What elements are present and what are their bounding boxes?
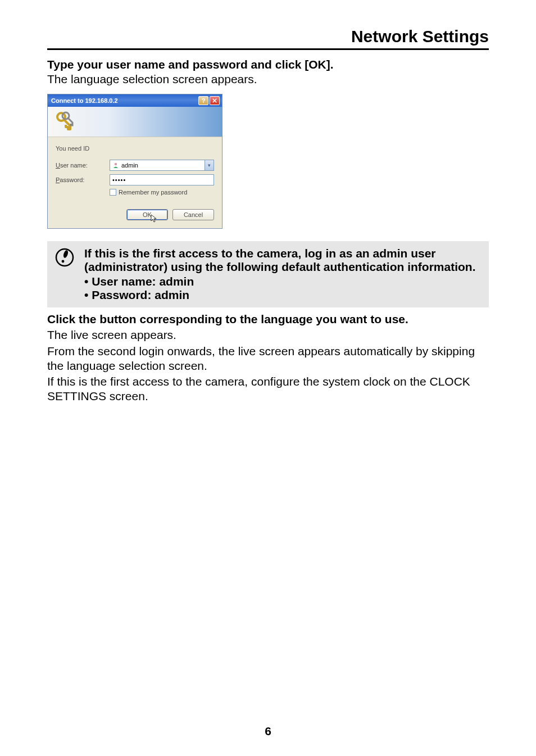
password-row: Password: ••••• <box>56 174 214 185</box>
page-number: 6 <box>0 725 536 738</box>
keys-icon <box>53 110 76 133</box>
auth-dialog: Connect to 192.168.0.2 ? You need ID Use… <box>47 94 222 229</box>
dialog-body: You need ID User name: admin ▾ Password:… <box>48 137 222 228</box>
svg-point-2 <box>115 163 117 165</box>
remember-checkbox[interactable] <box>110 189 116 196</box>
svg-point-5 <box>62 260 65 263</box>
note-bullet-password: Password: admin <box>84 288 481 302</box>
remember-password-row[interactable]: Remember my password <box>110 189 214 196</box>
step2-p3: If this is the first access to the camer… <box>47 374 489 404</box>
dialog-titlebar: Connect to 192.168.0.2 ? <box>48 94 222 107</box>
user-icon <box>112 162 119 169</box>
chevron-down-icon[interactable]: ▾ <box>205 160 214 170</box>
step1-description: The language selection screen appears. <box>47 73 489 86</box>
help-icon[interactable]: ? <box>198 96 208 105</box>
cancel-button-label: Cancel <box>184 211 203 218</box>
username-value: admin <box>121 162 138 169</box>
remember-label: Remember my password <box>119 189 187 196</box>
note-line1: If this is the first access to the camer… <box>84 247 476 273</box>
dialog-title: Connect to 192.168.0.2 <box>51 97 197 104</box>
step2-p2: From the second login onwards, the live … <box>47 344 489 374</box>
step1-instruction: Type your user name and password and cli… <box>47 58 489 71</box>
note-bullet-username: User name: admin <box>84 275 481 288</box>
username-field[interactable]: admin ▾ <box>110 160 214 171</box>
password-value: ••••• <box>112 176 126 183</box>
step2-instruction: Click the button corresponding to the la… <box>47 312 489 327</box>
ok-button[interactable]: OK <box>126 209 168 220</box>
cancel-button[interactable]: Cancel <box>172 209 214 220</box>
username-row: User name: admin ▾ <box>56 160 214 171</box>
exclamation-icon <box>55 248 74 267</box>
password-label: Password: <box>56 176 110 183</box>
note-box: If this is the first access to the camer… <box>47 241 489 307</box>
cursor-icon <box>151 214 157 223</box>
dialog-button-row: OK Cancel <box>56 209 214 223</box>
dialog-prompt: You need ID <box>56 145 214 152</box>
username-label: User name: <box>56 162 110 169</box>
dialog-banner <box>48 107 222 137</box>
close-icon[interactable] <box>210 96 220 105</box>
note-bullets: User name: admin Password: admin <box>84 275 481 302</box>
note-text: If this is the first access to the camer… <box>84 247 481 302</box>
step2-p1: The live screen appears. <box>47 328 489 342</box>
page-header: Network Settings <box>47 27 489 50</box>
svg-point-4 <box>62 250 69 259</box>
page-header-title: Network Settings <box>351 27 489 46</box>
password-field[interactable]: ••••• <box>110 174 214 185</box>
